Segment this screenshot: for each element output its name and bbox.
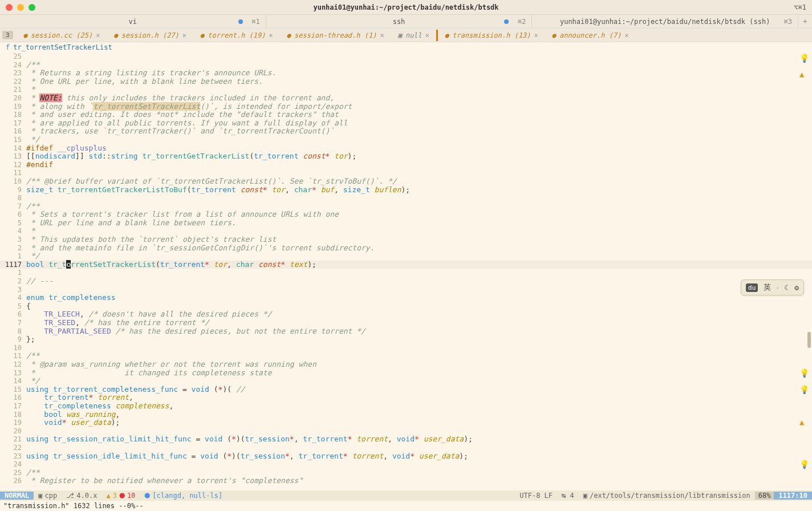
- minimize-window[interactable]: [17, 4, 24, 11]
- ime-badge[interactable]: du: [746, 283, 758, 292]
- activity-dot: [504, 19, 509, 24]
- terminal-tab-ssh2[interactable]: yunhai01@yunhai:~/project/baidu/netdisk/…: [532, 15, 798, 28]
- close-icon[interactable]: ×: [624, 31, 628, 39]
- close-icon[interactable]: ×: [380, 31, 384, 39]
- close-icon[interactable]: ×: [425, 31, 429, 39]
- code-line[interactable]: 12 * @param was_running whether or not t…: [0, 360, 812, 369]
- code-line[interactable]: 9};: [0, 335, 812, 344]
- code-content: #ifdef __cplusplus: [26, 144, 812, 153]
- code-line[interactable]: 7/**: [0, 202, 812, 211]
- code-line[interactable]: 9size_t tr_torrentGetTrackerListToBuf(tr…: [0, 186, 812, 194]
- code-line[interactable]: 15 */: [0, 136, 812, 144]
- code-line[interactable]: 1: [0, 269, 812, 277]
- code-line[interactable]: 2 * and the metainfo file in `tr_session…: [0, 244, 812, 253]
- code-line[interactable]: 15using tr_torrent_completeness_func = v…: [0, 386, 812, 394]
- tab-label: vi: [129, 18, 137, 26]
- code-line[interactable]: 25/**: [0, 469, 812, 477]
- buffer-tab[interactable]: ●torrent.h (19)×: [193, 30, 280, 41]
- line-number: 16: [0, 394, 26, 402]
- code-line[interactable]: 1117bool tr_torrentSetTrackerList(tr_tor…: [0, 261, 812, 269]
- buffer-tab[interactable]: ●announcer.h (7)×: [545, 30, 636, 41]
- code-line[interactable]: 23using tr_session_idle_limit_hit_func =…: [0, 452, 812, 461]
- command-line[interactable]: "transmission.h" 1632 lines --0%--: [0, 501, 812, 511]
- code-line[interactable]: 26 * Register to be notified whenever a …: [0, 477, 812, 485]
- buffer-name: transmission.h (13): [452, 31, 530, 39]
- code-line[interactable]: 18 bool was_running,: [0, 411, 812, 419]
- line-number: 11: [0, 169, 26, 177]
- moon-icon[interactable]: ☾: [784, 283, 789, 292]
- close-icon[interactable]: ×: [269, 31, 273, 39]
- code-line[interactable]: 20 * NOTE: this only includes the tracke…: [0, 94, 812, 103]
- code-line[interactable]: 25: [0, 52, 812, 61]
- buffer-tab[interactable]: ●session-thread.h (1)×: [280, 30, 391, 41]
- code-content: * it changed its completeness state: [26, 369, 812, 378]
- code-line[interactable]: 20: [0, 427, 812, 436]
- scrollbar-thumb[interactable]: [807, 332, 811, 348]
- context-path: tr_torrentSetTrackerList: [13, 43, 112, 51]
- code-line[interactable]: 7 TR_SEED, /* has the entire torrent */: [0, 319, 812, 327]
- line-number: 19: [0, 419, 26, 427]
- code-line[interactable]: 10/** @brief buffer variant of `tr_torre…: [0, 177, 812, 186]
- code-line[interactable]: 3 * This updates both the `torrent` obje…: [0, 236, 812, 244]
- code-line[interactable]: 5{: [0, 302, 812, 311]
- code-line[interactable]: 22: [0, 444, 812, 452]
- tab-shortcut: ⌘1: [251, 18, 259, 26]
- code-line[interactable]: 14#ifdef __cplusplus: [0, 144, 812, 153]
- code-line[interactable]: 2// ---: [0, 277, 812, 286]
- code-line[interactable]: 16 tr_torrent* torrent,: [0, 394, 812, 402]
- close-icon[interactable]: ×: [96, 31, 100, 39]
- code-line[interactable]: 17 tr_completeness completeness,: [0, 402, 812, 411]
- ime-lang[interactable]: 英: [764, 282, 771, 293]
- code-line[interactable]: 12#endif: [0, 161, 812, 169]
- close-icon[interactable]: ×: [182, 31, 186, 39]
- scrollbar[interactable]: [806, 52, 812, 490]
- code-content: using tr_session_ratio_limit_hit_func = …: [26, 435, 812, 444]
- code-line[interactable]: 11/**: [0, 352, 812, 360]
- close-window[interactable]: [6, 4, 13, 11]
- gear-icon[interactable]: ⚙: [794, 283, 799, 292]
- code-line[interactable]: 16 * trackers, use `tr_torrentTracker()`…: [0, 127, 812, 136]
- code-line[interactable]: 4 *: [0, 227, 812, 236]
- code-line[interactable]: 14 */: [0, 377, 812, 386]
- code-line[interactable]: 18 * and user editing. It does *not* inc…: [0, 111, 812, 119]
- code-line[interactable]: 24/**: [0, 61, 812, 70]
- line-number: 17: [0, 402, 26, 411]
- code-line[interactable]: 8: [0, 194, 812, 202]
- code-line[interactable]: 24: [0, 460, 812, 469]
- maximize-window[interactable]: [29, 4, 35, 11]
- code-line[interactable]: 11: [0, 169, 812, 177]
- code-editor[interactable]: 💡 ▲ 💡 💡 ▲ 💡 du 英 ⸱ ☾ ⚙ 2524/**23 * Retur…: [0, 52, 812, 490]
- code-line[interactable]: 13 * it changed its completeness state: [0, 369, 812, 378]
- line-number: 10: [0, 177, 26, 186]
- buffer-tab[interactable]: ▣null×: [391, 30, 436, 41]
- code-line[interactable]: 17 * are applied to all public torrents.…: [0, 119, 812, 128]
- code-line[interactable]: 5 * URL per line and a blank line betwee…: [0, 219, 812, 228]
- line-number: 5: [0, 302, 26, 311]
- ime-sep: ⸱: [777, 283, 778, 292]
- line-number: 16: [0, 127, 26, 136]
- buffer-tab[interactable]: ●session.h (27)×: [107, 30, 193, 41]
- code-line[interactable]: 19 void* user_data);: [0, 419, 812, 427]
- code-line[interactable]: 23 * Returns a string listing its tracke…: [0, 69, 812, 78]
- code-line[interactable]: 21using tr_session_ratio_limit_hit_func …: [0, 435, 812, 444]
- code-line[interactable]: 6 * Sets a torrent's tracker list from a…: [0, 210, 812, 219]
- code-line[interactable]: 19 * along with `tr_torrentSetTrackerLis…: [0, 103, 812, 111]
- code-line[interactable]: 6 TR_LEECH, /* doesn't have all the desi…: [0, 310, 812, 319]
- code-line[interactable]: 1 */: [0, 252, 812, 261]
- code-line[interactable]: 13[[nodiscard]] std::string tr_torrentGe…: [0, 152, 812, 161]
- buffer-tab[interactable]: ●transmission.h (13)×: [436, 30, 545, 41]
- new-tab-button[interactable]: +: [798, 15, 812, 28]
- terminal-tab-ssh[interactable]: ssh ⌘2: [266, 15, 533, 28]
- code-line[interactable]: 8 TR_PARTIAL_SEED /* has the desired pie…: [0, 327, 812, 336]
- terminal-tab-vi[interactable]: vi ⌘1: [0, 15, 266, 28]
- code-line[interactable]: 4enum tr_completeness: [0, 294, 812, 302]
- code-line[interactable]: 10: [0, 344, 812, 352]
- diagnostics[interactable]: ▲3 ⬣10: [102, 492, 140, 500]
- code-line[interactable]: 21 *: [0, 86, 812, 94]
- close-icon[interactable]: ×: [534, 31, 538, 39]
- code-line[interactable]: 3: [0, 286, 812, 294]
- buffer-tab[interactable]: ●session.cc (25)×: [17, 30, 107, 41]
- code-line[interactable]: 22 * One URL per line, with a blank line…: [0, 78, 812, 86]
- line-number: 5: [0, 219, 26, 228]
- ime-panel[interactable]: du 英 ⸱ ☾ ⚙: [741, 279, 804, 295]
